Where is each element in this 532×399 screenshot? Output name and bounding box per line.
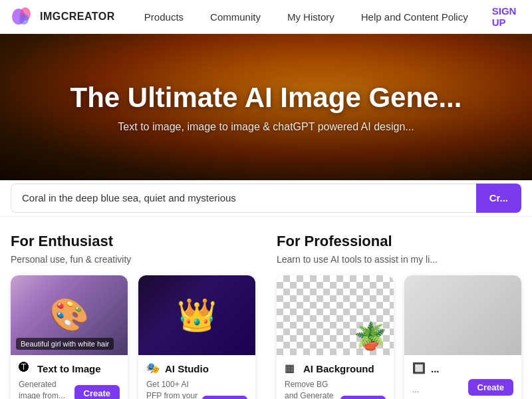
professional-desc: Learn to use AI tools to assist in my li…	[277, 254, 521, 265]
professional-card-4-image	[404, 275, 521, 355]
professional-card-4-create-btn[interactable]: Create	[468, 379, 513, 396]
ai-studio-icon: 🎭	[146, 362, 160, 375]
navbar: IMGCREATOR Products Community My History…	[0, 0, 532, 34]
ai-background-footer-row: Remove BG and Generate BG... Create	[285, 379, 386, 399]
ai-background-create-btn[interactable]: Create	[340, 396, 386, 399]
ai-studio-footer-row: Get 100+ AI PFP from your photo Create	[146, 379, 247, 399]
logo-icon	[11, 5, 35, 29]
create-button[interactable]: Cr...	[476, 184, 521, 213]
text-to-image-name: Text to Image	[37, 363, 101, 374]
ai-background-icon: ▦	[285, 362, 298, 375]
text-to-image-card-image: Beautiful girl with white hair	[11, 275, 128, 355]
ai-studio-create-btn[interactable]: Create	[202, 396, 247, 399]
professional-card-4: 🔲 ... ... Create	[404, 275, 521, 399]
professional-card-4-icon: 🔲	[412, 362, 426, 375]
nav-community[interactable]: Community	[197, 0, 274, 34]
ai-background-footer: ▦ AI Background Remove BG and Generate B…	[277, 355, 394, 399]
enthusiast-section: For Enthusiast Personal use, fun & creat…	[11, 233, 255, 399]
text-to-image-footer: 🅣 Text to Image Generated image from... …	[11, 355, 128, 399]
nav-links: Products Community My History Help and C…	[131, 0, 527, 34]
ai-studio-header: 🎭 AI Studio	[146, 362, 247, 375]
logo-text: IMGCREATOR	[40, 11, 115, 23]
image-caption: Beautiful girl with white hair	[16, 338, 114, 350]
ai-studio-card-image	[138, 275, 255, 355]
logo-link[interactable]: IMGCREATOR	[11, 5, 115, 29]
ai-background-header: ▦ AI Background	[285, 362, 386, 375]
professional-card-4-footer: 🔲 ... ... Create	[404, 355, 521, 399]
ai-background-card-image	[277, 275, 394, 355]
text-to-image-icon: 🅣	[19, 362, 32, 375]
hero-subtitle: Text to image, image to image & chatGPT …	[104, 121, 427, 133]
text-to-image-create-btn[interactable]: Create	[74, 385, 120, 399]
nav-products[interactable]: Products	[131, 0, 197, 34]
professional-cards: ▦ AI Background Remove BG and Generate B…	[277, 275, 521, 399]
search-input[interactable]	[11, 184, 476, 213]
professional-section: For Professional Learn to use AI tools t…	[277, 233, 521, 399]
professional-title: For Professional	[277, 233, 521, 250]
ai-studio-name: AI Studio	[165, 363, 209, 374]
text-to-image-desc: Generated image from...	[19, 379, 74, 399]
hero-title: The Ultimate AI Image Gene...	[57, 81, 475, 114]
ai-studio-footer: 🎭 AI Studio Get 100+ AI PFP from your ph…	[138, 355, 255, 399]
text-to-image-footer-row: Generated image from... Create	[19, 379, 120, 399]
ai-background-name: AI Background	[303, 363, 374, 374]
signup-button[interactable]: SIGN UP	[481, 5, 527, 28]
search-bar: Cr...	[0, 180, 532, 217]
enthusiast-title: For Enthusiast	[11, 233, 255, 250]
enthusiast-cards: Beautiful girl with white hair 🅣 Text to…	[11, 275, 255, 399]
professional-card-4-desc: ...	[412, 384, 468, 396]
ai-background-card: ▦ AI Background Remove BG and Generate B…	[277, 275, 394, 399]
main-content: For Enthusiast Personal use, fun & creat…	[0, 217, 532, 399]
hero-section: The Ultimate AI Image Gene... Text to im…	[0, 34, 532, 180]
ai-studio-desc: Get 100+ AI PFP from your photo	[146, 379, 202, 399]
enthusiast-desc: Personal use, fun & creativity	[11, 254, 255, 265]
professional-card-4-header: 🔲 ...	[412, 362, 513, 375]
nav-my-history[interactable]: My History	[274, 0, 348, 34]
text-to-image-card: Beautiful girl with white hair 🅣 Text to…	[11, 275, 128, 399]
professional-card-4-footer-row: ... Create	[412, 379, 513, 396]
ai-studio-card: 🎭 AI Studio Get 100+ AI PFP from your ph…	[138, 275, 255, 399]
svg-point-2	[19, 14, 29, 25]
nav-help[interactable]: Help and Content Policy	[348, 0, 481, 34]
ai-background-desc: Remove BG and Generate BG...	[285, 379, 340, 399]
text-to-image-header: 🅣 Text to Image	[19, 362, 120, 375]
professional-card-4-name: ...	[431, 363, 440, 374]
